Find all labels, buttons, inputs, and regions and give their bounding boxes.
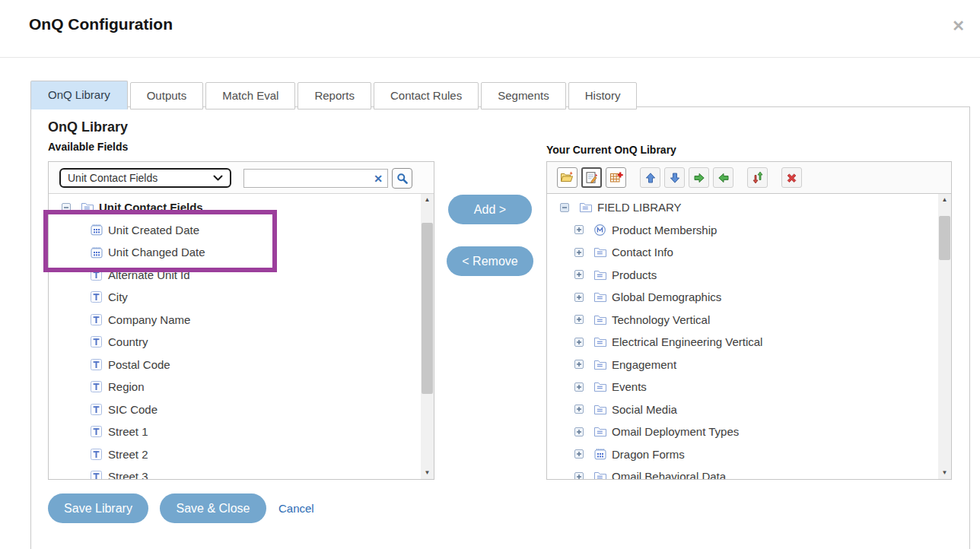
cancel-link[interactable]: Cancel [278,502,314,515]
expand-plus-icon[interactable] [571,225,587,234]
expand-plus-icon[interactable] [571,338,587,347]
expand-plus-icon[interactable] [571,293,587,302]
tree-item[interactable]: Social Media [547,398,938,421]
tab-outputs[interactable]: Outputs [130,82,204,109]
save-library-button[interactable]: Save Library [48,493,148,523]
tree-item[interactable]: Technology Vertical [547,309,938,332]
folder-icon [592,269,608,281]
sort-arrows-icon [752,171,764,184]
close-icon[interactable]: ✕ [952,17,965,35]
expand-plus-icon[interactable] [571,248,587,257]
scroll-down-icon[interactable]: ▼ [938,467,951,479]
scrollbar-thumb[interactable] [422,223,433,394]
move-down-button[interactable] [664,167,685,188]
collapse-minus-icon[interactable] [58,203,74,212]
save-close-button[interactable]: Save & Close [160,493,266,523]
expand-plus-icon[interactable] [571,472,587,479]
clear-search-icon[interactable]: ✕ [372,173,387,185]
expand-plus-icon[interactable] [571,382,587,392]
tree-item-label: Alternate Unit Id [108,268,190,281]
scroll-down-icon[interactable]: ▼ [421,467,434,479]
field-category-select[interactable]: Unit Contact Fields [59,168,231,188]
tab-history[interactable]: History [568,82,638,109]
expand-plus-icon[interactable] [571,405,587,414]
section-heading: OnQ Library [48,119,128,135]
tree-item-label: Electrical Engineering Vertical [612,335,762,348]
tab-reports[interactable]: Reports [298,82,371,109]
available-fields-panel: Unit Contact Fields ✕ Unit Contact Field [48,161,434,480]
add-button[interactable]: Add > [448,195,532,224]
tab-onq-library[interactable]: OnQ Library [30,81,128,109]
move-left-button[interactable] [713,167,733,188]
folder-icon [592,246,608,258]
text-field-icon [88,359,104,370]
tree-item[interactable]: SIC Code [49,398,421,421]
tree-item-label: Street 1 [108,425,148,438]
scrollbar[interactable]: ▲ ▼ [421,194,434,479]
tab-contact-rules[interactable]: Contact Rules [374,82,479,109]
tree-item-label: Engagement [612,358,676,371]
move-right-button[interactable] [689,167,709,188]
tree-item[interactable]: Omail Behavioral Data [547,465,938,479]
text-field-icon [88,404,104,415]
tree-item[interactable]: Alternate Unit Id [49,264,421,287]
calendar-icon [592,448,608,460]
scrollbar[interactable]: ▲ ▼ [938,194,951,479]
tree-item-label: Global Demographics [612,290,721,303]
tree-item[interactable]: Postal Code [49,354,421,376]
tree-root-unit-contact-fields[interactable]: Unit Contact Fields [49,196,421,219]
available-fields-tree: Unit Contact Fields Unit Created Date Un… [49,194,434,479]
tree-item[interactable]: Company Name [49,309,421,332]
tree-item[interactable]: Products [547,264,938,287]
tree-item-label: Street 2 [108,448,148,461]
expand-plus-icon[interactable] [571,427,587,436]
tree-item[interactable]: Engagement [547,354,938,376]
tree-item[interactable]: Dragon Forms [547,443,938,466]
tree-item[interactable]: Unit Changed Date [49,241,421,264]
new-folder-button[interactable] [557,167,578,188]
search-input[interactable] [244,173,372,184]
expand-plus-icon[interactable] [571,449,587,459]
tab-segments[interactable]: Segments [481,82,566,109]
move-up-button[interactable] [640,167,660,188]
add-field-button[interactable] [606,167,626,188]
tree-item[interactable]: Country [49,331,421,354]
delete-button[interactable] [781,167,802,188]
scroll-up-icon[interactable]: ▲ [421,194,434,206]
tree-item[interactable]: Street 3 [49,465,421,479]
tree-root-field-library[interactable]: FIELD LIBRARY [547,196,938,219]
tree-item[interactable]: City [49,286,421,309]
edit-field-button[interactable] [581,167,602,188]
tree-item[interactable]: Electrical Engineering Vertical [547,331,938,354]
tree-item[interactable]: Product Membership [547,219,938,242]
tree-item-label: Country [108,335,148,348]
arrow-down-icon [669,172,681,184]
folder-icon [592,359,608,370]
remove-button[interactable]: < Remove [447,246,533,276]
text-field-icon [88,269,104,281]
tree-item[interactable]: Region [49,376,421,398]
reorder-button[interactable] [747,167,768,188]
search-button[interactable] [392,168,412,189]
calendar-icon [88,224,104,236]
expand-plus-icon[interactable] [571,360,587,369]
tree-item[interactable]: Contact Info [547,241,938,264]
tree-item[interactable]: Street 1 [49,420,421,443]
folder-icon [79,202,95,213]
scrollbar-thumb[interactable] [939,216,950,260]
tab-match-eval[interactable]: Match Eval [205,82,295,109]
current-library-label: Your Current OnQ Library [546,144,676,156]
tree-item[interactable]: Unit Created Date [49,219,421,242]
scroll-up-icon[interactable]: ▲ [938,194,951,206]
tree-item[interactable]: Events [547,376,938,398]
tree-item-label: Unit Contact Fields [99,201,203,214]
arrow-left-icon [718,172,730,184]
tree-item[interactable]: Omail Deployment Types [547,420,938,443]
tree-item[interactable]: Street 2 [49,443,421,466]
expand-plus-icon[interactable] [571,270,587,279]
search-icon [396,173,409,185]
tree-item[interactable]: Global Demographics [547,286,938,309]
collapse-minus-icon[interactable] [556,203,572,212]
expand-plus-icon[interactable] [571,315,587,324]
tree-item-label: Region [108,380,145,393]
